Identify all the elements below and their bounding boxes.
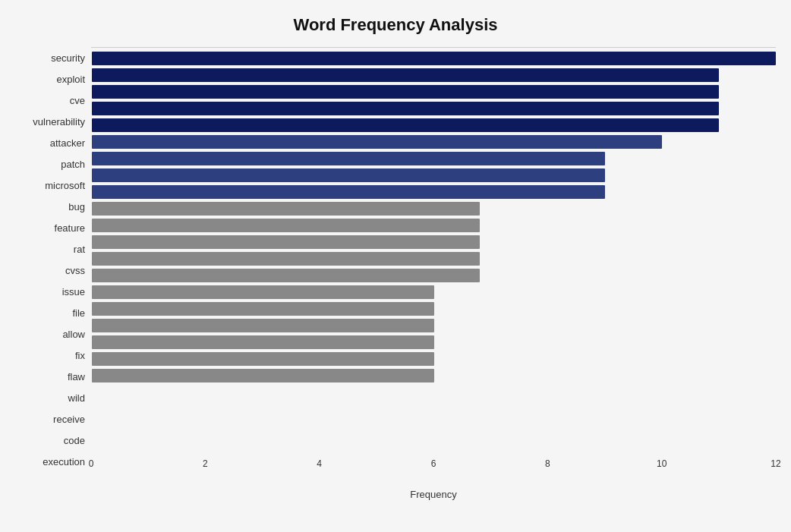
bar — [92, 102, 719, 115]
y-label: feature — [55, 223, 85, 233]
y-label: security — [51, 53, 85, 63]
x-axis: 024681012 Frequency — [91, 458, 776, 500]
bar-row — [92, 284, 776, 301]
y-label: flaw — [68, 372, 85, 382]
bar-row — [92, 100, 776, 117]
bar-row — [92, 117, 776, 134]
chart-area: securityexploitcvevulnerabilityattackerp… — [15, 47, 776, 473]
bar — [92, 68, 719, 82]
bar — [92, 185, 605, 199]
bar — [92, 352, 434, 366]
bar-row — [92, 150, 776, 167]
bar — [92, 319, 434, 332]
bar — [92, 335, 434, 349]
y-label: allow — [62, 329, 85, 339]
bar — [92, 135, 662, 149]
bar — [92, 269, 480, 282]
bar-row — [92, 250, 776, 267]
bar — [92, 168, 605, 182]
bar-row — [92, 351, 776, 367]
bar — [92, 302, 434, 316]
x-ticks-container: 024681012 — [91, 458, 776, 474]
y-label: execution — [43, 457, 85, 467]
x-tick-label: 4 — [317, 458, 322, 469]
bar-row — [92, 184, 776, 200]
bar-row — [92, 301, 776, 317]
bar — [92, 118, 719, 132]
bar-row — [92, 234, 776, 250]
bar-row — [92, 200, 776, 217]
y-label: wild — [68, 393, 85, 403]
bar-row — [92, 134, 776, 150]
bar — [92, 85, 719, 99]
y-label: attacker — [50, 138, 85, 148]
bars-container — [92, 47, 776, 53]
y-label: rat — [74, 244, 85, 254]
bar-row — [92, 217, 776, 234]
bar-row — [92, 267, 776, 284]
x-axis-title: Frequency — [91, 489, 776, 500]
bar-row — [92, 317, 776, 334]
y-label: vulnerability — [33, 117, 85, 127]
bar-row — [92, 67, 776, 83]
y-label: patch — [61, 159, 85, 169]
bar-row — [92, 367, 776, 384]
bar — [92, 152, 605, 165]
bar — [92, 219, 480, 232]
bar-row — [92, 167, 776, 184]
bar-row — [92, 83, 776, 100]
chart-container: Word Frequency Analysis securityexploitc… — [0, 0, 791, 532]
y-label: receive — [53, 414, 85, 424]
bar — [92, 235, 480, 249]
y-label: issue — [62, 287, 85, 297]
bar-row — [92, 50, 776, 67]
y-label: file — [72, 308, 85, 318]
x-tick-label: 10 — [657, 458, 667, 469]
x-tick-label: 8 — [545, 458, 550, 469]
x-tick-label: 2 — [203, 458, 208, 469]
y-label: cvss — [65, 266, 85, 275]
bar — [92, 285, 434, 299]
x-tick-label: 12 — [771, 458, 780, 469]
bar — [92, 202, 480, 216]
bar-row — [92, 334, 776, 351]
plot-wrapper: 024681012 Frequency — [91, 47, 776, 473]
plot-area — [91, 47, 776, 48]
bar — [92, 252, 480, 266]
y-label: microsoft — [45, 181, 85, 190]
y-label: cve — [70, 96, 85, 105]
bar — [92, 369, 434, 382]
y-label: exploit — [56, 74, 85, 84]
chart-title: Word Frequency Analysis — [15, 15, 776, 35]
y-axis: securityexploitcvevulnerabilityattackerp… — [15, 47, 91, 473]
x-tick-label: 0 — [89, 458, 94, 469]
x-tick-label: 6 — [431, 458, 436, 469]
y-label: fix — [75, 351, 85, 360]
bar — [92, 52, 776, 65]
y-label: bug — [68, 202, 85, 212]
y-label: code — [64, 436, 85, 445]
